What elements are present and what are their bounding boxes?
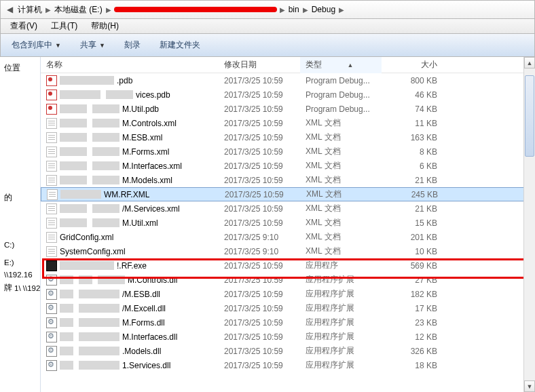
file-row[interactable]: M.Util.pdb2017/3/25 10:59Program Debug..… (41, 102, 535, 116)
file-type-cell: Program Debug... (300, 76, 382, 85)
xml-file-icon (46, 232, 57, 243)
file-row[interactable]: M.Interfaces.xml2017/3/25 10:59XML 文档6 K… (41, 159, 535, 173)
pixelated-text (60, 90, 100, 99)
pixelated-text (60, 347, 73, 355)
file-modified-cell: 2017/3/25 10:59 (219, 347, 300, 356)
file-name-suffix: M.Forms.dll (122, 318, 165, 328)
file-type-cell: 应用程序扩展 (300, 345, 382, 357)
file-name-cell: M.Controls.xml (41, 118, 219, 129)
file-type-cell: XML 文档 (300, 217, 382, 229)
dll-file-icon (46, 317, 57, 328)
file-row[interactable]: M.Interfaces.dll2017/3/25 10:59应用程序扩展12 … (41, 330, 535, 344)
file-row[interactable]: 1.Services.dll2017/3/25 10:59应用程序扩展18 KB (41, 358, 535, 372)
file-row[interactable]: /M.Services.xml2017/3/25 10:59XML 文档21 K… (41, 201, 535, 216)
crumb-pc[interactable]: 计算机 (16, 1, 44, 18)
file-row[interactable]: /M.Excell.dll2017/3/25 10:59应用程序扩展17 KB (41, 301, 535, 315)
dll-file-icon (46, 346, 57, 357)
xml-file-icon (46, 161, 57, 172)
col-modified[interactable]: 修改日期 (219, 57, 300, 73)
pixelated-text (60, 104, 87, 113)
menu-help[interactable]: 帮助(H) (87, 19, 123, 33)
sidebar-net1[interactable]: \\192.16 (3, 269, 37, 281)
file-row[interactable]: M.Models.xml2017/3/25 10:59XML 文档21 KB (41, 173, 535, 187)
file-row[interactable]: .pdb2017/3/25 10:59Program Debug...800 K… (41, 73, 535, 87)
file-name-cell: /M.ESB.dll (41, 289, 219, 300)
sidebar-drive-c[interactable]: C:) (3, 239, 37, 251)
tool-burn[interactable]: 刻录 (119, 37, 146, 54)
pixelated-text (60, 147, 87, 156)
chevron-right-icon: ▶ (278, 6, 287, 14)
sidebar: 位置 的 C:) E:) \\192.16 牌 1\ \\192 (0, 57, 41, 392)
pixelated-text (60, 261, 114, 270)
col-name[interactable]: 名称 (41, 57, 219, 73)
pixelated-text (60, 119, 87, 128)
file-row[interactable]: M.Controls.dll2017/3/25 10:59应用程序扩展27 KB (41, 273, 535, 287)
file-modified-cell: 2017/3/25 10:59 (219, 104, 300, 114)
sidebar-drive-e[interactable]: E:) (3, 256, 37, 269)
file-row[interactable]: .Models.dll2017/3/25 10:59应用程序扩展326 KB (41, 344, 535, 358)
file-row[interactable]: /M.ESB.dll2017/3/25 10:59应用程序扩展182 KB (41, 287, 535, 301)
file-name-cell: !.RF.exe (41, 260, 219, 271)
file-type-cell: XML 文档 (300, 117, 382, 129)
pixelated-text (79, 290, 119, 298)
file-name-cell: M.Util.xml (41, 218, 219, 229)
pixelated-text (60, 204, 87, 213)
pdb-file-icon (46, 104, 57, 115)
chevron-down-icon: ▼ (99, 42, 105, 49)
file-modified-cell: 2017/3/25 10:59 (219, 204, 300, 214)
file-modified-cell: 2017/3/25 10:59 (219, 332, 300, 342)
file-size-cell: 17 KB (382, 304, 443, 313)
tool-newfolder[interactable]: 新建文件夹 (154, 37, 206, 54)
file-name-suffix: M.Models.xml (122, 176, 172, 185)
file-row-highlighted[interactable]: !.RF.exe2017/3/25 10:59应用程序569 KB (41, 258, 535, 273)
file-type-cell: XML 文档 (300, 146, 382, 157)
file-name-cell: M.ESB.xml (41, 132, 219, 143)
sidebar-computer[interactable]: 的 (3, 191, 37, 205)
crumb-drive[interactable]: 本地磁盘 (E:) (52, 1, 105, 18)
scrollbar[interactable]: ▲ ▼ (523, 57, 535, 392)
pixelated-text (98, 275, 125, 284)
file-name-cell: WM.RF.XML (41, 189, 219, 200)
file-size-cell: 23 KB (382, 318, 443, 328)
file-row[interactable]: M.ESB.xml2017/3/25 10:59XML 文档163 KB (41, 130, 535, 144)
menu-view[interactable]: 查看(V) (6, 19, 41, 33)
sidebar-net2[interactable]: 牌 1\ \\192 (3, 281, 37, 295)
file-row[interactable]: M.Util.xml2017/3/25 10:59XML 文档15 KB (41, 216, 535, 230)
pixelated-text (79, 361, 119, 370)
file-row[interactable]: M.Controls.xml2017/3/25 10:59XML 文档11 KB (41, 116, 535, 130)
file-row[interactable]: M.Forms.dll2017/3/25 10:59应用程序扩展23 KB (41, 315, 535, 330)
col-size[interactable]: 大小 (382, 57, 443, 73)
file-name-suffix: M.Forms.xml (122, 147, 169, 157)
xml-file-icon (46, 146, 57, 157)
breadcrumb[interactable]: ◀ 计算机 ▶ 本地磁盘 (E:) ▶ ▶ bin ▶ Debug ▶ (0, 0, 535, 19)
crumb-debug[interactable]: Debug (310, 1, 337, 18)
file-name-cell: M.Util.pdb (41, 104, 219, 115)
file-size-cell: 569 KB (382, 261, 443, 271)
pdb-file-icon (46, 90, 57, 100)
pixelated-text (60, 176, 87, 184)
file-type-cell: 应用程序扩展 (300, 317, 382, 328)
crumb-bin[interactable]: bin (287, 1, 301, 18)
tool-share[interactable]: 共享▼ (75, 37, 111, 54)
file-row[interactable]: vices.pdb2017/3/25 10:59Program Debug...… (41, 87, 535, 102)
scroll-track[interactable] (524, 68, 535, 380)
tool-include[interactable]: 包含到库中▼ (6, 37, 67, 54)
file-row[interactable]: SystemConfig.xml2017/3/25 9:10XML 文档10 K… (41, 244, 535, 258)
scroll-down-button[interactable]: ▼ (524, 380, 535, 392)
sidebar-loc[interactable]: 位置 (3, 61, 37, 75)
pixelated-text (60, 161, 87, 170)
scroll-thumb[interactable] (525, 75, 534, 157)
dll-file-icon (46, 332, 57, 342)
file-row[interactable]: M.Forms.xml2017/3/25 10:59XML 文档8 KB (41, 144, 535, 159)
file-type-cell: XML 文档 (300, 160, 382, 172)
back-button[interactable]: ◀ (3, 3, 16, 16)
scroll-up-button[interactable]: ▲ (524, 57, 535, 68)
col-type[interactable]: 类型▲ (300, 57, 382, 73)
file-row[interactable]: WM.RF.XML2017/3/25 10:59XML 文档245 KB (41, 187, 535, 201)
pixelated-text (60, 304, 73, 313)
file-row[interactable]: GridConfig.xml2017/3/25 9:10XML 文档201 KB (41, 230, 535, 244)
file-name-cell: M.Interfaces.dll (41, 332, 219, 342)
file-type-cell: Program Debug... (300, 104, 382, 114)
file-modified-cell: 2017/3/25 9:10 (219, 247, 300, 256)
menu-tools[interactable]: 工具(T) (47, 19, 81, 33)
